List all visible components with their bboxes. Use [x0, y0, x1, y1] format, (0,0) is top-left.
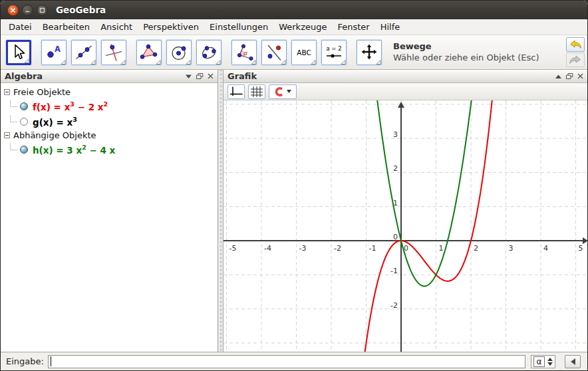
- toggle-axes-button[interactable]: [227, 84, 245, 99]
- spinner-down-icon[interactable]: [547, 362, 553, 366]
- menu-item-perspektiven[interactable]: Perspektiven: [138, 20, 204, 34]
- window-close-button[interactable]: [7, 5, 19, 16]
- tool-move-graphics-view-button[interactable]: [357, 40, 382, 65]
- undo-button[interactable]: [566, 37, 585, 52]
- tool-reflection-button[interactable]: [261, 40, 287, 65]
- tool-dropdown-arrow[interactable]: [61, 60, 66, 64]
- x-tick-label: 3: [509, 244, 514, 253]
- tool-group-move: [6, 40, 31, 65]
- toggle-grid-button[interactable]: [248, 84, 265, 99]
- tool-group-shapes: [136, 40, 221, 65]
- panel-close-icon[interactable]: [577, 73, 583, 79]
- x-tick-label: 4: [543, 244, 548, 253]
- tool-dropdown-arrow[interactable]: [24, 59, 29, 63]
- tool-hint: Bewege Wähle oder ziehe ein Objekt (Esc): [393, 41, 539, 63]
- algebra-group-header[interactable]: Freie Objekte: [4, 86, 218, 98]
- visibility-marble[interactable]: [20, 118, 28, 126]
- algebra-panel: Algebra Freie Objektef(x) = x3 − 2 x2g(x…: [1, 70, 218, 352]
- tool-hint-subtitle: Wähle oder ziehe ein Objekt (Esc): [393, 53, 539, 63]
- visibility-marble[interactable]: [20, 146, 28, 154]
- magnet-icon: [274, 86, 284, 97]
- window-minimize-button[interactable]: [22, 5, 33, 16]
- graphics-panel-header: Grafik: [223, 70, 587, 83]
- x-tick-label: -3: [299, 244, 307, 253]
- visibility-marble[interactable]: [20, 102, 28, 110]
- text-tool-label: ABC: [297, 49, 311, 57]
- command-input[interactable]: [48, 355, 525, 368]
- algebra-item-g[interactable]: g(x) = x3: [4, 114, 218, 129]
- titlebar[interactable]: GeoGebra: [1, 1, 587, 19]
- tool-point-button[interactable]: A: [41, 40, 67, 65]
- geogebra-window: GeoGebra DateiBearbeitenAnsichtPerspekti…: [0, 0, 588, 371]
- tree-connector: [10, 143, 17, 150]
- axes-icon: [229, 86, 243, 98]
- tool-dropdown-arrow[interactable]: [90, 60, 96, 64]
- panel-splitter[interactable]: [218, 70, 223, 352]
- menu-item-werkzeuge[interactable]: Werkzeuge: [273, 20, 332, 34]
- menu-item-datei[interactable]: Datei: [3, 20, 37, 34]
- tool-angle-button[interactable]: α: [231, 40, 257, 65]
- x-tick-label: -1: [369, 244, 376, 253]
- collapse-icon[interactable]: [4, 89, 10, 95]
- object-formula: f(x) = x3 − 2 x2: [33, 100, 108, 112]
- symbol-dropdown[interactable]: α: [531, 355, 555, 368]
- tool-ellipse-button[interactable]: [196, 40, 221, 65]
- panel-menu-icon[interactable]: [186, 74, 192, 78]
- collapse-icon[interactable]: [4, 132, 10, 138]
- graph-canvas[interactable]: -5-4-3-2-1012345-2-10123: [223, 100, 587, 352]
- tool-perpendicular-line-button[interactable]: [101, 40, 126, 65]
- x-tick-label: 2: [474, 244, 478, 253]
- menu-item-ansicht[interactable]: Ansicht: [95, 20, 138, 34]
- spinner-up-icon[interactable]: [547, 358, 553, 361]
- minimize-icon: [25, 7, 31, 13]
- y-tick-label: 0: [393, 233, 398, 241]
- tree-connector: [10, 115, 17, 122]
- tool-dropdown-arrow[interactable]: [216, 60, 221, 64]
- tool-group-view: [357, 40, 382, 65]
- tool-dropdown-arrow[interactable]: [186, 60, 191, 64]
- window-maximize-button[interactable]: [37, 5, 48, 16]
- x-tick-label: -5: [229, 244, 237, 253]
- algebra-group-label: Abhängige Objekte: [13, 130, 96, 140]
- tool-circle-button[interactable]: [166, 40, 192, 65]
- point-capturing-button[interactable]: [269, 84, 297, 99]
- panel-undock-icon[interactable]: [565, 72, 573, 80]
- tool-dropdown-arrow[interactable]: [251, 60, 256, 64]
- panel-menu-icon[interactable]: [555, 74, 561, 78]
- x-axis-arrow: [583, 237, 587, 244]
- window-title: GeoGebra: [56, 5, 106, 15]
- menu-item-fenster[interactable]: Fenster: [332, 20, 374, 34]
- input-help-toggle-button[interactable]: [565, 355, 581, 368]
- graphics-panel-title: Grafik: [227, 71, 257, 81]
- tool-slider-button[interactable]: a = 2: [321, 40, 347, 65]
- menu-item-hilfe[interactable]: Hilfe: [375, 20, 406, 34]
- tool-text-button[interactable]: ABC: [291, 40, 317, 65]
- algebra-group-header[interactable]: Abhängige Objekte: [4, 129, 218, 142]
- menu-item-bearbeiten[interactable]: Bearbeiten: [37, 20, 95, 34]
- graphics-view[interactable]: -5-4-3-2-1012345-2-10123: [223, 100, 587, 352]
- tool-move-button[interactable]: [6, 40, 31, 65]
- curve-h[interactable]: [223, 100, 587, 286]
- panel-close-icon[interactable]: [208, 73, 214, 79]
- algebra-item-h[interactable]: h(x) = 3 x2 − 4 x: [4, 142, 218, 157]
- grid-icon: [250, 86, 263, 98]
- tree-connector: [10, 100, 17, 107]
- tool-dropdown-arrow[interactable]: [281, 60, 286, 64]
- tool-dropdown-arrow[interactable]: [376, 60, 381, 64]
- panel-undock-icon[interactable]: [196, 72, 204, 80]
- menu-item-einstellungen[interactable]: Einstellungen: [204, 20, 273, 34]
- undo-redo-group: [566, 37, 585, 67]
- redo-button[interactable]: [566, 53, 585, 67]
- tool-dropdown-arrow[interactable]: [341, 60, 346, 64]
- y-tick-label: 3: [393, 130, 398, 139]
- tool-polygon-button[interactable]: [136, 40, 162, 65]
- main-area: Algebra Freie Objektef(x) = x3 − 2 x2g(x…: [1, 70, 587, 352]
- tool-dropdown-arrow[interactable]: [311, 60, 316, 64]
- tool-dropdown-arrow[interactable]: [156, 60, 161, 64]
- algebra-item-f[interactable]: f(x) = x3 − 2 x2: [4, 98, 218, 114]
- tool-dropdown-arrow[interactable]: [120, 60, 126, 64]
- arrow-left-icon: [571, 358, 575, 365]
- symbol-spinner[interactable]: [547, 358, 553, 366]
- x-tick-label: 1: [439, 244, 444, 253]
- tool-line-button[interactable]: [71, 40, 96, 65]
